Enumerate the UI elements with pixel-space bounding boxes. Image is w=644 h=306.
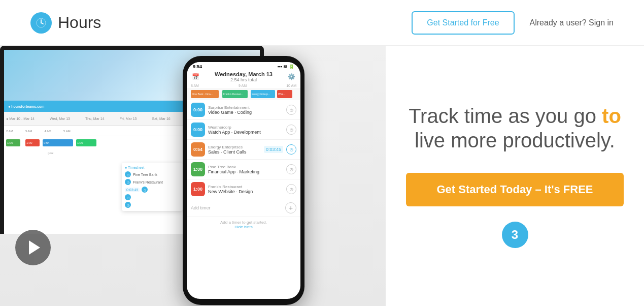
right-section: Track time as you go to live more produc… [386, 46, 644, 306]
timer-clock-btn-4[interactable]: ◷ [286, 164, 296, 174]
timesheet-timers: ◷ Pine Tree Bank ◷ Frank's Restaurant 0:… [125, 171, 180, 208]
phone-header-icons: 📅 Wednesday, March 13 2:54 hrs total ⚙️ [187, 70, 300, 83]
timer-item-5: ◷ [125, 202, 180, 208]
timer-clock-icon-3: ◷ [142, 187, 148, 193]
hide-hints-link[interactable]: Hide hints [191, 225, 296, 229]
tagline-highlight: to [602, 105, 621, 127]
timer-item-3: 0:03:45 ◷ [125, 187, 180, 193]
phone-timer-list: 0:00 Surprise Entertainment Video Game ·… [187, 100, 300, 199]
add-timer-row[interactable]: Add timer + [187, 199, 300, 217]
phone-timeline-bar: Pine Bank · Fina... Frank's Restaur... E… [187, 88, 300, 100]
timer-item-4: ◷ [125, 194, 180, 200]
play-icon [29, 240, 40, 255]
phone-timer-row-2: 0:00 Weathercorp Watch App · Development… [187, 120, 300, 140]
phone-timer-row-3: 0:54 Energy Enterprises Sales · Client C… [187, 140, 300, 160]
timer-task-3: Sales · Client Calls [208, 149, 261, 155]
timer-badge-2: 0:00 [191, 123, 205, 137]
timeline-date4: Sat, Mar 16 [152, 117, 171, 120]
main-content: ● hoursforteams.com ↑ ↓ ✕ ● Mar 10 - Mar… [0, 46, 644, 306]
timer-task-4: Financial App · Marketing [208, 169, 283, 174]
phone-time: 9:54 [193, 64, 202, 69]
phone-mockup: 9:54 ▪▪▪ ≋ 🔋 📅 Wednesday, March 13 2:54 … [183, 56, 304, 305]
badge-number: 3 [502, 222, 528, 248]
timer-item-2: ◷ Frank's Restaurant [125, 179, 180, 185]
timer-clock-btn-3[interactable]: ◷ [286, 144, 296, 155]
timeline-date: Wed, Mar 13 [50, 117, 70, 120]
header: Hours Get Started for Free Already a use… [0, 0, 644, 46]
hint-text: Add a timer to get started. [191, 220, 296, 225]
timer-clock-icon-2: ◷ [125, 179, 131, 185]
timer-company-3: Energy Enterprises [208, 145, 261, 149]
timer-clock-btn-1[interactable]: ◷ [286, 105, 296, 115]
timeline-date2: Thu, Mar 14 [85, 117, 105, 120]
timesheet-title: ● Timesheet [125, 166, 180, 169]
tagline-line1: Track time as you go [409, 105, 602, 127]
logo-area: Hours [30, 12, 101, 34]
svg-point-4 [41, 22, 42, 23]
get-started-header-button[interactable]: Get Started for Free [412, 11, 514, 35]
timer-info-1: Surprise Entertainment Video Game · Codi… [208, 105, 283, 115]
phone-status-bar: 9:54 ▪▪▪ ≋ 🔋 [187, 62, 300, 70]
timer-clock-icon: ◷ [125, 171, 131, 177]
settings-icon[interactable]: ⚙️ [288, 73, 295, 80]
phone-hours-total: 2:54 hrs total [215, 77, 273, 82]
tagline: Track time as you go to live more produc… [409, 104, 621, 152]
phone-timer-row-1: 0:00 Surprise Entertainment Video Game ·… [187, 100, 300, 120]
phone-timer-row-5: 1:00 Frank's Restaurant New Website · De… [187, 179, 300, 199]
timeline-date3: Fri, Mar 15 [120, 117, 137, 120]
active-timer-display: 0:03:45 [264, 146, 283, 153]
tl-block-4: Wea... [277, 90, 292, 98]
timer-info-2: Weathercorp Watch App · Development [208, 125, 283, 135]
timer-badge-3: 0:54 [191, 142, 205, 157]
add-timer-label: Add timer [191, 205, 211, 210]
app-title: Hours [58, 13, 101, 32]
timer-company-2: Weathercorp [208, 125, 283, 130]
timer-clock-btn-5[interactable]: ◷ [286, 184, 296, 194]
tl-block-1: Pine Bank · Fina... [191, 90, 219, 98]
add-timer-button[interactable]: + [285, 202, 296, 213]
header-right: Get Started for Free Already a user? Sig… [412, 11, 614, 35]
timer-company-1: Surprise Entertainment [208, 105, 283, 110]
logo-icon [30, 12, 52, 34]
phone-timer-row-4: 1:00 Pine Tree Bank Financial App · Mark… [187, 160, 300, 179]
phone-screen: 9:54 ▪▪▪ ≋ 🔋 📅 Wednesday, March 13 2:54 … [187, 62, 300, 299]
tl-block-2: Frank's Restaur... [222, 90, 248, 98]
timer-info-4: Pine Tree Bank Financial App · Marketing [208, 165, 283, 174]
timer-task-2: Watch App · Development [208, 130, 283, 135]
timeline-label: ● Mar 10 - Mar 14 [6, 117, 35, 120]
cta-main-button[interactable]: Get Started Today – It's FREE [406, 173, 624, 206]
tl-block-3: Energy Enterp... [251, 90, 275, 98]
timer-info-3: Energy Enterprises Sales · Client Calls [208, 145, 261, 155]
timer-info-5: Frank's Restaurant New Website · Design [208, 185, 283, 194]
timer-company-5: Frank's Restaurant [208, 185, 283, 189]
calendar-icon[interactable]: 📅 [192, 73, 199, 80]
timer-clock-icon-5: ◷ [125, 202, 131, 208]
timer-badge-1: 0:00 [191, 103, 205, 117]
timesheet-panel: ● Timesheet ◷ Pine Tree Bank ◷ Frank's R… [122, 163, 183, 211]
phone-hint: Add a timer to get started. Hide hints [187, 217, 300, 232]
phone-date: Wednesday, March 13 [215, 71, 273, 77]
phone-timeline-labels: 8 AM 9 AM 10 AM [187, 83, 300, 88]
timer-task-1: Video Game · Coding [208, 110, 283, 115]
timer-item: ◷ Pine Tree Bank [125, 171, 180, 177]
timer-badge-4: 1:00 [191, 162, 205, 176]
timer-company-4: Pine Tree Bank [208, 165, 283, 169]
phone-signal: ▪▪▪ ≋ 🔋 [277, 64, 294, 69]
timer-badge-5: 1:00 [191, 182, 205, 196]
play-button[interactable] [15, 230, 51, 265]
timer-clock-btn-2[interactable]: ◷ [286, 125, 296, 135]
timer-clock-icon-4: ◷ [125, 194, 131, 200]
tagline-line2: live more productively. [415, 129, 615, 151]
sign-in-link[interactable]: Already a user? Sign in [530, 18, 614, 27]
timer-task-5: New Website · Design [208, 189, 283, 194]
left-section: ● hoursforteams.com ↑ ↓ ✕ ● Mar 10 - Mar… [0, 46, 386, 306]
